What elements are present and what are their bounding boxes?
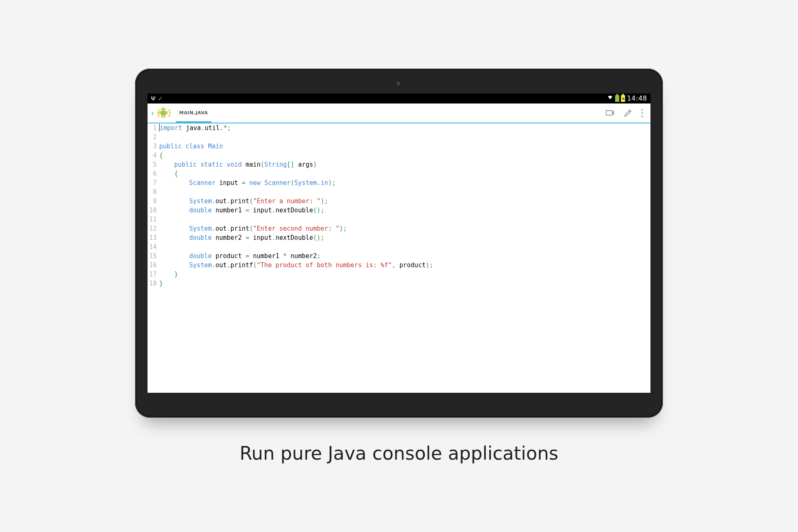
wifi-icon (607, 94, 613, 102)
tab-main-java[interactable]: MAIN.JAVA (176, 103, 212, 123)
appbar: ‹ { } MAIN.JAVA (148, 103, 650, 123)
code-area[interactable]: import java.util.*; public class Main{ p… (159, 123, 650, 393)
screen: Ψ ✓ ✕ 14:48 ‹ { (148, 94, 650, 393)
usb-icon: Ψ (151, 96, 155, 101)
statusbar-right: ✕ 14:48 (607, 94, 647, 102)
back-icon[interactable]: ‹ (151, 108, 154, 118)
svg-rect-5 (164, 116, 165, 118)
tablet-frame: Ψ ✓ ✕ 14:48 ‹ { (135, 69, 663, 418)
line-gutter: 123456789101112131415161718 (148, 123, 159, 393)
app-icon[interactable]: { } (156, 106, 171, 121)
svg-point-11 (613, 112, 613, 113)
battery-icon-1 (615, 95, 619, 102)
tablet-camera (396, 81, 402, 87)
svg-rect-1 (161, 111, 166, 116)
caption: Run pure Java console applications (239, 443, 558, 464)
statusbar: Ψ ✓ ✕ 14:48 (148, 94, 650, 103)
overflow-menu-icon[interactable] (637, 104, 647, 122)
svg-point-7 (164, 108, 165, 109)
svg-rect-9 (606, 111, 612, 115)
code-editor[interactable]: 123456789101112131415161718 import java.… (148, 123, 650, 393)
statusbar-left: Ψ ✓ (151, 96, 163, 101)
check-icon: ✓ (158, 96, 163, 101)
edit-icon[interactable] (619, 104, 637, 122)
svg-rect-2 (159, 111, 160, 114)
device-icon[interactable] (601, 104, 619, 122)
battery-icon-2: ✕ (621, 95, 625, 102)
svg-rect-4 (162, 116, 163, 118)
statusbar-clock: 14:48 (627, 94, 647, 102)
svg-point-6 (162, 108, 163, 109)
svg-text:}: } (167, 108, 171, 118)
